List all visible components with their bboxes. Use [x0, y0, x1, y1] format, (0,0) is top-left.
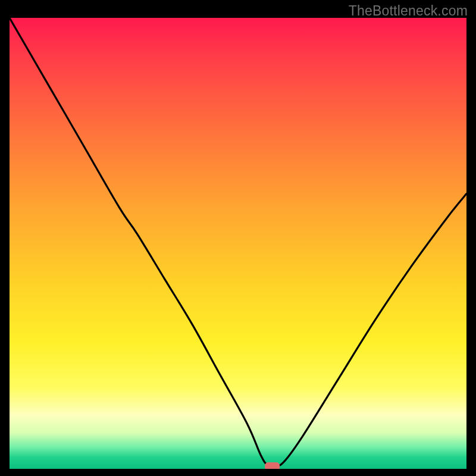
- chart-frame: TheBottleneck.com: [0, 0, 476, 476]
- watermark-text: TheBottleneck.com: [349, 3, 468, 19]
- curve-layer: [10, 18, 466, 469]
- plot-area: [10, 18, 466, 469]
- optimum-marker: [265, 463, 280, 469]
- bottleneck-curve: [10, 18, 466, 466]
